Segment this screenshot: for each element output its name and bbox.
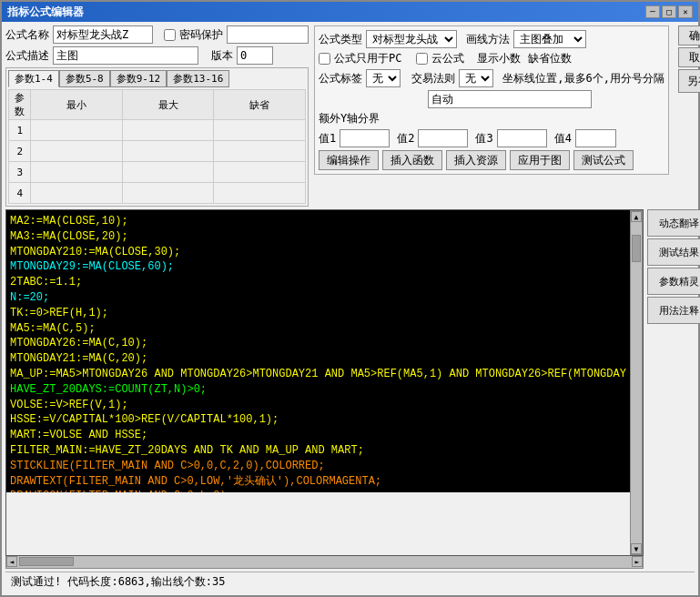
maximize-button[interactable]: □ [662, 5, 676, 18]
col-default: 缺省 [214, 90, 306, 120]
scroll-thumb-h[interactable] [19, 557, 74, 566]
password-checkbox[interactable] [164, 29, 176, 41]
scroll-down-arrow[interactable]: ▼ [631, 543, 642, 554]
another-save-button[interactable]: 另存为 [678, 69, 700, 93]
test-formula-button[interactable]: 测试公式 [573, 150, 634, 170]
y-value4[interactable] [575, 129, 616, 147]
main-window: 指标公式编辑器 ─ □ ✕ 公式名称 密码保护 [0, 0, 700, 597]
code-line: FILTER_MAIN:=HAVE_ZT_20DAYS AND TK AND M… [10, 443, 626, 459]
edit-operations-button[interactable]: 编辑操作 [319, 150, 379, 170]
param1-default[interactable] [217, 121, 302, 139]
table-row: 2 [9, 141, 306, 162]
param4-min[interactable] [34, 184, 119, 202]
usage-notes-button[interactable]: 用法注释 [647, 297, 700, 324]
y-value2[interactable] [418, 129, 468, 147]
code-line: MA_UP:=MA5>MTONGDAY26 AND MTONGDAY26>MTO… [10, 367, 626, 382]
apply-to-chart-button[interactable]: 应用于图 [510, 150, 570, 170]
param4-max[interactable] [126, 184, 211, 202]
formula-desc-input[interactable] [53, 46, 198, 65]
param3-default[interactable] [217, 163, 302, 181]
formula-name-row: 公式名称 密码保护 [5, 25, 309, 44]
code-wrapper: MA2:=MA(CLOSE,10);MA3:=MA(CLOSE,20);MTON… [5, 209, 644, 569]
code-line: 2TABC:=1.1; [10, 275, 626, 290]
param2-max[interactable] [126, 142, 211, 160]
password-input[interactable] [227, 25, 309, 44]
formula-tags-select[interactable]: 无 [366, 69, 401, 87]
pc-only-label: 公式只用于PC [334, 51, 401, 66]
y-axis-label: 额外Y轴分界 [319, 111, 380, 126]
param2-default[interactable] [217, 142, 302, 160]
vertical-scrollbar[interactable]: ▲ ▼ [630, 210, 643, 555]
param4-default[interactable] [217, 184, 302, 202]
code-line: VOLSE:=V>REF(V,1); [10, 398, 626, 413]
row-num: 2 [9, 141, 31, 162]
formula-tags-row: 公式标签 无 交易法则 无 坐标线位置,最多6个,用分号分隔 [319, 69, 664, 87]
top-right-buttons: 确 定 取 消 另存为 [678, 25, 700, 93]
formula-desc-row: 公式描述 版本 [5, 46, 309, 65]
code-line: HAVE_ZT_20DAYS:=COUNT(ZT,N)>0; [10, 382, 626, 398]
code-editor[interactable]: MA2:=MA(CLOSE,10);MA3:=MA(CLOSE,20);MTON… [6, 210, 630, 492]
scroll-up-arrow[interactable]: ▲ [631, 211, 642, 222]
y-value3[interactable] [497, 129, 547, 147]
code-line: DRAWTEXT(FILTER_MAIN AND C>0,LOW,'龙头确认')… [10, 474, 626, 490]
param2-min[interactable] [34, 142, 119, 160]
draw-method-select[interactable]: 主图叠加 [513, 30, 586, 48]
draw-method-label: 画线方法 [466, 32, 510, 47]
window-title: 指标公式编辑器 [7, 5, 84, 20]
left-panel: 公式名称 密码保护 公式描述 版本 参数1-4 [5, 25, 309, 207]
pc-only-checkbox[interactable] [319, 53, 330, 65]
param1-max[interactable] [126, 121, 211, 139]
title-bar: 指标公式编辑器 ─ □ ✕ [2, 2, 698, 22]
formula-name-input[interactable] [53, 25, 153, 44]
param3-min[interactable] [34, 163, 119, 181]
cloud-checkbox[interactable] [416, 53, 428, 65]
code-line: MA5:=MA(C,5); [10, 321, 626, 337]
code-line: MTONGDAY29:=MA(CLOSE,60); [10, 259, 626, 275]
coord-input[interactable] [428, 90, 592, 108]
code-line: MTONGDAY26:=MA(C,10); [10, 336, 626, 351]
col-param: 参数 [9, 90, 31, 120]
status-bar: 测试通过! 代码长度:6863,输出线个数:35 [5, 572, 695, 592]
confirm-button[interactable]: 确 定 [678, 25, 700, 46]
params-tab-1-4[interactable]: 参数1-4 [8, 70, 59, 87]
version-label: 版本 [211, 48, 233, 64]
value3-label: 值3 [475, 131, 492, 147]
top-section: 公式名称 密码保护 公式描述 版本 参数1-4 [5, 25, 695, 207]
value4-label: 值4 [554, 131, 572, 147]
param1-min[interactable] [34, 121, 119, 139]
scroll-left-arrow[interactable]: ◄ [6, 556, 17, 567]
value2-label: 值2 [397, 131, 414, 147]
cancel-button[interactable]: 取 消 [678, 47, 700, 67]
bottom-section: MA2:=MA(CLOSE,10);MA3:=MA(CLOSE,20);MTON… [5, 209, 695, 569]
row-num: 4 [9, 183, 31, 204]
params-tab-13-16[interactable]: 参数13-16 [167, 70, 229, 87]
code-line: HSSE:=V/CAPITAL*100>REF(V/CAPITAL*100,1)… [10, 412, 626, 428]
insert-resource-button[interactable]: 插入资源 [446, 150, 506, 170]
version-input[interactable] [237, 46, 273, 65]
coord-row [319, 90, 664, 108]
horizontal-scrollbar[interactable]: ◄ ► [5, 556, 644, 569]
params-tab-9-12[interactable]: 参数9-12 [110, 70, 167, 87]
code-line: TK:=0>REF(H,1); [10, 306, 626, 321]
status-text: 测试通过! 代码长度:6863,输出线个数:35 [11, 574, 225, 590]
trade-rules-select[interactable]: 无 [459, 69, 493, 87]
password-label: 密码保护 [179, 27, 223, 43]
minimize-button[interactable]: ─ [645, 5, 660, 18]
params-tab-5-8[interactable]: 参数5-8 [59, 70, 110, 87]
formula-type-select[interactable]: 对标型龙头战 [366, 30, 457, 48]
dynamic-translate-button[interactable]: 动态翻译 [647, 209, 700, 237]
formula-tags-label: 公式标签 [319, 71, 362, 86]
scroll-right-arrow[interactable]: ► [632, 556, 643, 567]
close-button[interactable]: ✕ [678, 5, 693, 18]
scroll-thumb-v[interactable] [632, 235, 641, 262]
param-wizard-button[interactable]: 参数精灵 [647, 268, 700, 295]
y-axis-row: 额外Y轴分界 [319, 111, 664, 126]
formula-name-label: 公式名称 [5, 27, 49, 43]
row-num: 1 [9, 120, 31, 141]
y-value1[interactable] [340, 129, 390, 147]
cloud-label: 云公式 [431, 51, 464, 66]
test-results-button[interactable]: 测试结果 [647, 238, 700, 266]
col-min: 最小 [31, 90, 123, 120]
param3-max[interactable] [126, 163, 211, 181]
insert-function-button[interactable]: 插入函数 [382, 150, 442, 170]
